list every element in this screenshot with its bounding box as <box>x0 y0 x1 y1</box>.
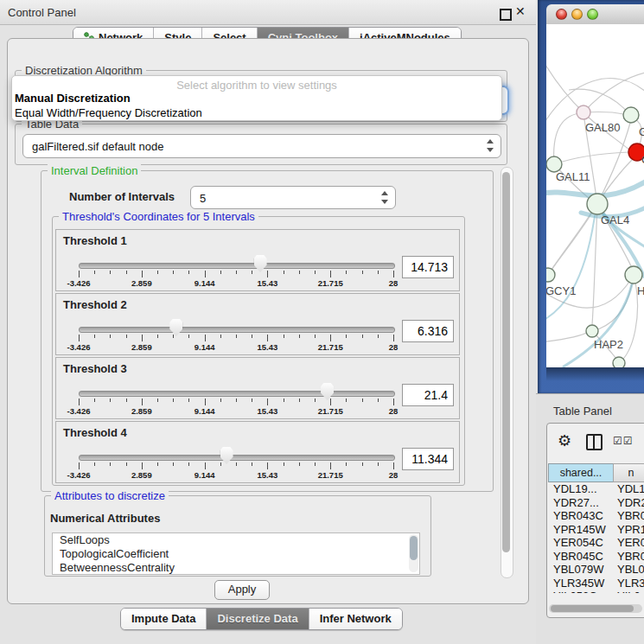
network-node-H-node[interactable] <box>625 266 642 284</box>
attribute-item[interactable]: SelfLoops <box>53 533 419 547</box>
tick-mark <box>284 462 284 466</box>
tick-mark <box>393 399 394 405</box>
tick-label: -3.426 <box>53 342 105 352</box>
threshold-value-field[interactable]: 21.4 <box>402 384 454 406</box>
network-edge[interactable] <box>554 113 579 164</box>
network-node-GCY1[interactable] <box>546 268 555 282</box>
checkbox-icons[interactable]: ☑☑ <box>613 435 634 447</box>
table-panel-title: Table Panel <box>553 405 612 418</box>
tick-mark <box>110 271 111 274</box>
table-data-combo[interactable]: galFiltered.sif default node <box>22 134 501 158</box>
tick-mark <box>362 462 363 466</box>
table-row[interactable]: YDR27...YDR2 <box>548 496 644 510</box>
settings-scrollbar-thumb[interactable] <box>502 172 510 552</box>
threshold-slider-thumb[interactable] <box>321 383 334 400</box>
table-row[interactable]: YBL079WYBL0 <box>548 563 644 577</box>
table-cell-name: YER0 <box>617 536 644 549</box>
column-header-shared[interactable]: shared... <box>548 463 614 482</box>
attribute-item[interactable]: BetweennessCentrality <box>53 561 419 575</box>
network-node-G-node[interactable] <box>623 107 639 123</box>
threshold-slider-track[interactable] <box>79 327 395 333</box>
table-row[interactable]: YLR345WYLR3 <box>548 577 644 590</box>
tick-label: 28 <box>367 470 419 480</box>
network-graph: GAL80GACGAL11GAL4GCY1HHAP2 <box>546 24 644 367</box>
settings-scrollbar[interactable] <box>501 167 513 578</box>
table-cell-shared: YDL19... <box>553 482 597 495</box>
algorithm-option[interactable]: Manual Discretization <box>15 92 131 105</box>
apply-button[interactable]: Apply <box>214 580 270 600</box>
algorithm-option[interactable]: Equal Width/Frequency Discretization <box>15 106 202 119</box>
network-edge[interactable] <box>546 332 588 342</box>
threshold-slider-thumb[interactable] <box>254 255 267 272</box>
tab-bottom-impute-data[interactable]: Impute Data <box>121 609 207 629</box>
table-row[interactable]: YBR043CYBR0 <box>548 509 644 523</box>
tick-mark <box>126 335 127 338</box>
number-of-intervals-combo[interactable]: 5 <box>190 186 396 209</box>
tick-mark <box>267 271 268 277</box>
tick-mark <box>142 335 143 341</box>
table-row[interactable]: YER054CYER0 <box>548 536 644 550</box>
minimize-traffic-light-icon[interactable] <box>571 9 583 20</box>
threshold-slider-thumb[interactable] <box>169 319 182 336</box>
network-edge[interactable] <box>546 61 583 112</box>
tick-label: 15.43 <box>241 406 293 416</box>
numerical-attributes-list[interactable]: SelfLoopsTopologicalCoefficientBetweenne… <box>52 532 420 575</box>
tick-mark <box>79 335 80 341</box>
threshold-value-field[interactable]: 14.713 <box>402 256 454 278</box>
network-edge[interactable] <box>548 213 591 275</box>
tick-mark <box>330 335 331 341</box>
tick-mark <box>393 462 394 469</box>
number-of-intervals-label: Number of Intervals <box>69 190 175 203</box>
tick-label: 2.859 <box>116 470 168 480</box>
tick-mark <box>94 462 95 466</box>
tick-label: 2.859 <box>116 342 168 352</box>
tick-label: 9.144 <box>179 342 231 352</box>
float-window-icon[interactable] <box>500 9 512 21</box>
close-icon[interactable]: ✕ <box>515 4 526 18</box>
threshold-slider-track[interactable] <box>79 263 395 269</box>
tick-mark <box>173 271 174 274</box>
threshold-slider-track[interactable] <box>79 391 395 397</box>
network-node-bottom-node[interactable] <box>613 357 625 367</box>
combo-down-icon <box>487 148 494 152</box>
threshold-panel: Threshold 4-3.4262.8599.14415.4321.71528… <box>55 421 460 483</box>
app-root: Control Panel ✕ NetworkStyleSelectCyni T… <box>0 0 644 644</box>
network-window-titlebar[interactable] <box>546 4 644 25</box>
attribute-item[interactable]: TopologicalCoefficient <box>53 547 419 561</box>
network-frame-shadow <box>546 367 644 381</box>
table-row[interactable]: YBR045CYBR0 <box>548 550 644 564</box>
tab-bottom-infer-network[interactable]: Infer Network <box>309 609 402 629</box>
network-node-GAL4[interactable] <box>587 194 608 214</box>
threshold-value-field[interactable]: 6.316 <box>402 320 454 342</box>
threshold-slider-track[interactable] <box>79 455 395 461</box>
network-node-label: HAP2 <box>594 338 623 351</box>
tick-mark <box>79 462 80 469</box>
table-hscrollbar[interactable] <box>549 604 642 613</box>
column-header-name[interactable]: n <box>613 463 644 482</box>
tick-mark <box>299 271 300 274</box>
tick-mark <box>220 271 221 274</box>
network-node-GAL80[interactable] <box>577 105 590 119</box>
network-canvas[interactable]: GAL80GACGAL11GAL4GCY1HHAP2 <box>546 24 644 367</box>
network-edge-thick[interactable] <box>546 216 595 322</box>
zoom-traffic-light-icon[interactable] <box>587 9 598 20</box>
tick-label: 21.715 <box>304 342 356 352</box>
table-row[interactable]: YPR145WYPR1 <box>548 523 644 537</box>
tick-mark <box>94 335 95 338</box>
combo-down-icon <box>381 200 388 204</box>
tick-label: 9.144 <box>179 278 231 288</box>
table-row[interactable]: YDL19...YDL1 <box>548 482 644 496</box>
threshold-value-field[interactable]: 11.344 <box>402 448 454 470</box>
tab-bottom-discretize-data[interactable]: Discretize Data <box>207 609 309 629</box>
tick-mark <box>315 462 316 466</box>
tick-mark <box>362 399 363 402</box>
tick-mark <box>252 335 252 338</box>
table-row[interactable]: YIL052CYIL0 <box>548 590 644 593</box>
gear-icon[interactable]: ⚙ <box>558 431 571 450</box>
tick-mark <box>378 399 379 402</box>
close-traffic-light-icon[interactable] <box>556 9 567 20</box>
columns-icon[interactable] <box>586 434 603 450</box>
network-node-HAP2[interactable] <box>586 325 598 337</box>
threshold-slider-thumb[interactable] <box>220 447 233 464</box>
table-hscrollbar-thumb[interactable] <box>551 605 634 612</box>
